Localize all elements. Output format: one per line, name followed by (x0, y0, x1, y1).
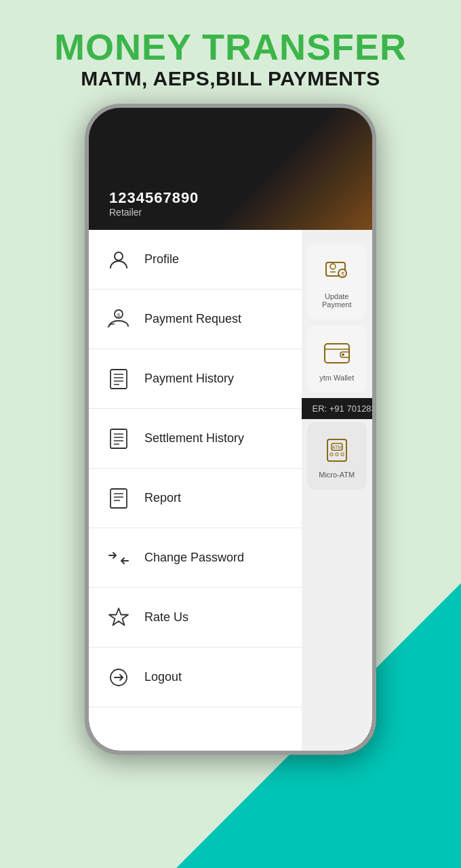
svg-rect-9 (330, 453, 333, 456)
settlement-history-icon (105, 425, 132, 452)
svg-point-3 (330, 264, 336, 269)
update-payment-label: Update Payment (313, 292, 362, 309)
menu-item-profile[interactable]: Profile (89, 230, 302, 290)
right-panel: ₹ Update Payment ytm Wallet (302, 230, 373, 751)
logout-label: Logout (144, 670, 182, 684)
micro-atm-label: Micro-ATM (319, 471, 355, 479)
logout-icon (105, 664, 132, 691)
update-payment-icon: ₹ (321, 254, 353, 287)
svg-rect-11 (341, 453, 344, 456)
menu-item-payment-history[interactable]: Payment History (89, 349, 302, 409)
rate-us-icon (105, 604, 132, 631)
change-password-label: Change Password (144, 551, 244, 565)
micro-atm-icon: ATM (321, 433, 353, 465)
svg-rect-16 (111, 370, 127, 389)
menu-item-settlement-history[interactable]: Settlement History (89, 409, 302, 469)
payment-history-icon (105, 366, 132, 393)
svg-text:₹: ₹ (340, 271, 344, 277)
svg-marker-30 (109, 608, 128, 625)
update-payment-card[interactable]: ₹ Update Payment (307, 243, 367, 319)
svg-rect-10 (336, 453, 338, 456)
report-label: Report (144, 491, 181, 505)
rate-us-label: Rate Us (144, 610, 188, 625)
wallet-card[interactable]: ytm Wallet (307, 325, 367, 393)
report-icon (105, 485, 132, 512)
menu-area: Profile $ Payment Request (89, 230, 302, 751)
phone-number: 1234567890 (109, 189, 352, 207)
payment-history-label: Payment History (144, 372, 234, 386)
svg-rect-26 (111, 489, 127, 508)
menu-item-payment-request[interactable]: $ Payment Request (89, 290, 302, 349)
payment-request-label: Payment Request (144, 312, 241, 326)
phone-inner: 1234567890 Retailer ₹ Update Payment (89, 108, 372, 751)
svg-text:ATM: ATM (332, 445, 342, 450)
banner-strip: ER: +91 70128310 (302, 398, 373, 419)
payment-request-icon: $ (105, 306, 132, 333)
retailer-label: Retailer (109, 207, 352, 218)
change-password-icon (105, 545, 132, 572)
svg-point-5 (342, 353, 344, 356)
page-content: MONEY TRANSFER MATM, AEPS,BILL PAYMENTS … (0, 0, 461, 755)
menu-item-logout[interactable]: Logout (89, 648, 302, 707)
sub-title: MATM, AEPS,BILL PAYMENTS (54, 67, 407, 90)
wallet-icon (321, 336, 353, 368)
menu-item-report[interactable]: Report (89, 469, 302, 528)
main-title: MONEY TRANSFER (54, 27, 407, 67)
svg-point-13 (115, 252, 123, 260)
profile-label: Profile (144, 252, 179, 267)
profile-icon (105, 246, 132, 273)
svg-text:$: $ (117, 313, 120, 317)
phone-notch (190, 108, 271, 127)
header-text: MONEY TRANSFER MATM, AEPS,BILL PAYMENTS (54, 27, 407, 90)
svg-rect-21 (111, 429, 127, 448)
menu-item-change-password[interactable]: Change Password (89, 528, 302, 588)
settlement-history-label: Settlement History (144, 431, 244, 446)
menu-item-rate-us[interactable]: Rate Us (89, 588, 302, 648)
micro-atm-card[interactable]: ATM Micro-ATM (307, 422, 367, 490)
wallet-label: ytm Wallet (319, 374, 354, 382)
phone-frame: 1234567890 Retailer ₹ Update Payment (85, 104, 376, 755)
